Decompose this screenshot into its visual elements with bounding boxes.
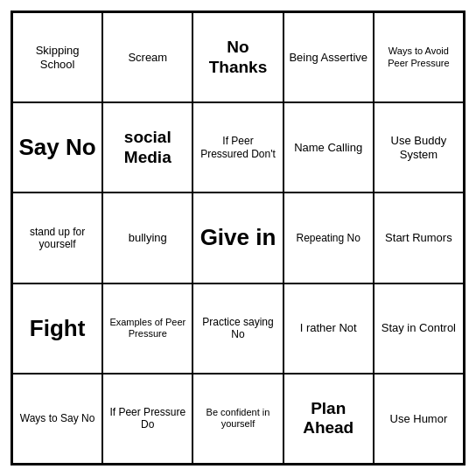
bingo-cell-r2c3: Repeating No [284, 192, 374, 283]
bingo-cell-r1c3: Name Calling [284, 102, 374, 192]
bingo-cell-r2c0: stand up for yourself [12, 192, 102, 283]
bingo-cell-r3c2: Practice saying No [192, 284, 283, 374]
bingo-cell-r3c4: Stay in Control [374, 284, 464, 374]
bingo-cell-r2c2: Give in [192, 192, 283, 283]
bingo-cell-r1c0: Say No [12, 102, 102, 192]
bingo-cell-r2c1: bullying [102, 192, 192, 283]
bingo-cell-r3c0: Fight [12, 284, 102, 374]
bingo-cell-r4c3: Plan Ahead [284, 374, 374, 464]
bingo-cell-r1c2: If Peer Pressured Don't [192, 102, 283, 192]
bingo-cell-r2c4: Start Rumors [374, 192, 464, 283]
bingo-board: Skipping SchoolScreamNo ThanksBeing Asse… [10, 10, 466, 466]
bingo-cell-r0c2: No Thanks [192, 12, 283, 102]
bingo-cell-r4c1: If Peer Pressure Do [102, 374, 192, 464]
bingo-cell-r3c1: Examples of Peer Pressure [102, 284, 192, 374]
bingo-cell-r4c0: Ways to Say No [12, 374, 102, 464]
bingo-cell-r1c4: Use Buddy System [374, 102, 464, 192]
bingo-cell-r0c3: Being Assertive [284, 12, 374, 102]
bingo-cell-r1c1: social Media [102, 102, 192, 192]
bingo-cell-r0c4: Ways to Avoid Peer Pressure [374, 12, 464, 102]
bingo-cell-r0c1: Scream [102, 12, 192, 102]
bingo-cell-r0c0: Skipping School [12, 12, 102, 102]
bingo-cell-r4c2: Be confident in yourself [192, 374, 283, 464]
bingo-cell-r4c4: Use Humor [374, 374, 464, 464]
bingo-cell-r3c3: I rather Not [284, 284, 374, 374]
